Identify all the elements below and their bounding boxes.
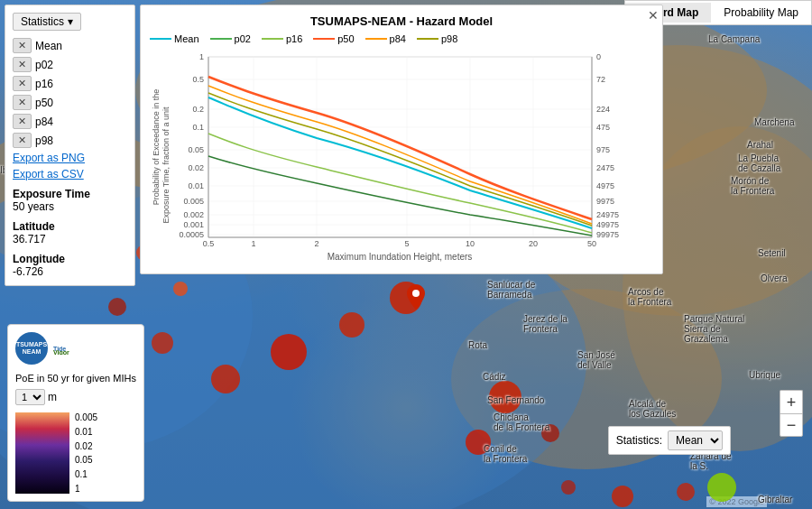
color-gradient bbox=[15, 412, 69, 494]
svg-text:1: 1 bbox=[251, 239, 255, 248]
dropdown-arrow-icon: ▾ bbox=[68, 15, 73, 28]
color-scale-row: 0.005 0.01 0.02 0.05 0.1 1 bbox=[15, 412, 136, 494]
legend-p50-label: p50 bbox=[337, 33, 354, 44]
mih-selector-row: 1 2 5 m bbox=[15, 389, 136, 405]
p84-label: p84 bbox=[35, 116, 53, 128]
svg-text:Exposure Time, fraction of a u: Exposure Time, fraction of a unit bbox=[161, 106, 171, 224]
logo-text: TSUMAPSNEAM bbox=[16, 341, 47, 355]
p50-label: p50 bbox=[35, 97, 53, 109]
svg-text:0.0005: 0.0005 bbox=[179, 230, 204, 239]
poe-label: PoE in 50 yr for given MIHs bbox=[15, 372, 136, 385]
p98-label: p98 bbox=[35, 134, 53, 147]
color-label-5: 0.1 bbox=[75, 469, 97, 479]
p16-label: p16 bbox=[35, 78, 53, 90]
legend-p16-label: p16 bbox=[286, 33, 302, 44]
color-label-2: 0.01 bbox=[75, 427, 97, 437]
exposure-time-value: 50 years bbox=[13, 200, 127, 213]
legend-p50: p50 bbox=[313, 33, 354, 44]
svg-text:24975: 24975 bbox=[596, 210, 619, 219]
color-labels: 0.005 0.01 0.02 0.05 0.1 1 bbox=[75, 412, 97, 494]
legend-p02: p02 bbox=[210, 33, 251, 44]
svg-text:99975: 99975 bbox=[596, 230, 619, 239]
p16-checkbox-item: ✕ p16 bbox=[13, 76, 127, 91]
svg-text:475: 475 bbox=[596, 123, 610, 132]
statistics-dropdown-btn[interactable]: Statistics ▾ bbox=[13, 13, 81, 31]
p02-label: p02 bbox=[35, 59, 53, 71]
legend-p84-label: p84 bbox=[390, 33, 406, 44]
latitude-label: Latitude bbox=[13, 220, 127, 233]
legend-p16-line bbox=[262, 38, 283, 40]
panel-close-btn[interactable]: ✕ bbox=[648, 9, 659, 22]
chart-title: TSUMAPS-NEAM - Hazard Model bbox=[150, 14, 653, 28]
statistics-bottom-bar: Statistics: Mean p02 p16 p50 p84 p98 bbox=[608, 426, 731, 455]
p84-remove-btn[interactable]: ✕ bbox=[13, 114, 32, 129]
mean-checkbox-item: ✕ Mean bbox=[13, 38, 127, 53]
longitude-label: Longitude bbox=[13, 253, 127, 265]
svg-text:2: 2 bbox=[314, 239, 318, 248]
bottom-left-panel: TSUMAPSNEAM Tide Vigor PoE in 50 yr for … bbox=[7, 324, 144, 502]
hazard-chart-panel: ✕ TSUMAPS-NEAM - Hazard Model Mean p02 p… bbox=[140, 5, 663, 274]
svg-text:0.2: 0.2 bbox=[192, 105, 204, 114]
legend-mean-line bbox=[150, 38, 171, 40]
legend-p50-line bbox=[313, 38, 335, 40]
legend-p84: p84 bbox=[365, 33, 406, 44]
p98-remove-btn[interactable]: ✕ bbox=[13, 133, 32, 148]
export-csv-link[interactable]: Export as CSV bbox=[13, 168, 127, 180]
svg-text:0.05: 0.05 bbox=[188, 145, 204, 154]
svg-point-29 bbox=[412, 290, 420, 297]
legend-p16: p16 bbox=[262, 33, 302, 44]
logo-area: TSUMAPSNEAM Tide Vigor bbox=[15, 332, 136, 365]
svg-text:72: 72 bbox=[596, 75, 605, 84]
statistics-label: Statistics bbox=[21, 15, 64, 28]
p50-checkbox-item: ✕ p50 bbox=[13, 95, 127, 110]
svg-text:Probability of Exceedance in t: Probability of Exceedance in the bbox=[152, 89, 161, 206]
legend-p02-label: p02 bbox=[235, 33, 251, 44]
svg-text:4975: 4975 bbox=[596, 181, 614, 190]
legend-p02-line bbox=[210, 38, 232, 40]
svg-text:0.001: 0.001 bbox=[183, 220, 204, 229]
color-scale: 0.005 0.01 0.02 0.05 0.1 1 bbox=[15, 412, 136, 494]
mean-remove-btn[interactable]: ✕ bbox=[13, 38, 32, 53]
svg-text:0.1: 0.1 bbox=[192, 123, 204, 132]
p02-remove-btn[interactable]: ✕ bbox=[13, 57, 32, 72]
svg-text:0.5: 0.5 bbox=[192, 75, 204, 84]
color-label-4: 0.05 bbox=[75, 455, 97, 465]
svg-text:50: 50 bbox=[587, 239, 596, 248]
hazard-chart-svg: 1 0.5 0.2 0.1 0.05 0.02 0.01 0.005 0.002… bbox=[150, 48, 628, 264]
chart-area: 1 0.5 0.2 0.1 0.05 0.02 0.01 0.005 0.002… bbox=[150, 48, 653, 264]
probability-map-tab[interactable]: Probability Map bbox=[711, 3, 811, 23]
tsumaps-logo: TSUMAPSNEAM bbox=[15, 332, 48, 365]
latitude-value: 36.717 bbox=[13, 233, 127, 245]
svg-text:9975: 9975 bbox=[596, 197, 614, 206]
svg-text:10: 10 bbox=[466, 239, 475, 248]
legend-p98: p98 bbox=[417, 33, 457, 44]
p16-remove-btn[interactable]: ✕ bbox=[13, 76, 32, 91]
mih-unit: m bbox=[48, 391, 57, 403]
legend-mean-label: Mean bbox=[174, 33, 199, 44]
statistics-select[interactable]: Mean p02 p16 p50 p84 p98 bbox=[668, 430, 723, 450]
chart-legend: Mean p02 p16 p50 p84 p98 bbox=[150, 33, 653, 44]
svg-text:Maximum Inundation Height, met: Maximum Inundation Height, meters bbox=[328, 252, 473, 262]
svg-text:975: 975 bbox=[596, 145, 610, 154]
export-png-link[interactable]: Export as PNG bbox=[13, 152, 127, 164]
color-label-3: 0.02 bbox=[75, 441, 97, 451]
mean-label: Mean bbox=[35, 40, 62, 52]
color-label-1: 0.005 bbox=[75, 412, 97, 422]
svg-text:1: 1 bbox=[199, 52, 204, 61]
zoom-out-btn[interactable]: − bbox=[780, 413, 803, 437]
zoom-in-btn[interactable]: + bbox=[780, 390, 803, 413]
exposure-time-label: Exposure Time bbox=[13, 188, 127, 200]
p98-checkbox-item: ✕ p98 bbox=[13, 133, 127, 148]
p84-checkbox-item: ✕ p84 bbox=[13, 114, 127, 129]
statistics-bottom-label: Statistics: bbox=[616, 434, 662, 447]
mih-select[interactable]: 1 2 5 bbox=[15, 389, 45, 405]
svg-text:0.5: 0.5 bbox=[203, 239, 215, 248]
p02-checkbox-item: ✕ p02 bbox=[13, 57, 127, 72]
svg-text:0.005: 0.005 bbox=[183, 197, 204, 206]
tide-vigor-logo: Tide Vigor bbox=[53, 342, 80, 355]
p50-remove-btn[interactable]: ✕ bbox=[13, 95, 32, 110]
legend-p98-line bbox=[417, 38, 438, 40]
svg-text:20: 20 bbox=[529, 239, 538, 248]
legend-mean: Mean bbox=[150, 33, 199, 44]
svg-text:0.002: 0.002 bbox=[183, 210, 204, 219]
